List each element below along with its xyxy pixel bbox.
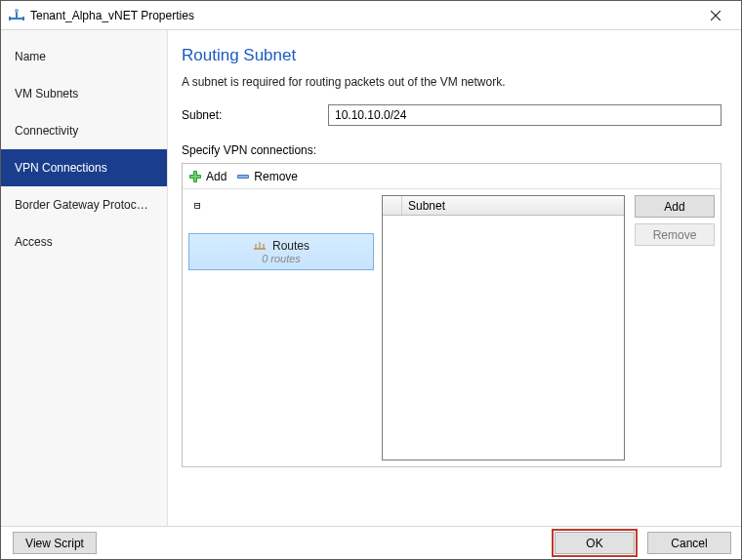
svg-rect-10 <box>190 176 200 178</box>
add-icon <box>188 170 202 183</box>
ok-button[interactable]: OK <box>555 532 635 554</box>
sidebar-item-access[interactable]: Access <box>1 223 167 260</box>
app-icon <box>9 8 24 23</box>
sidebar-item-connectivity[interactable]: Connectivity <box>1 112 167 149</box>
toolbar-remove-label: Remove <box>254 170 298 183</box>
vpn-tree: ⊟ Routes <box>188 195 374 460</box>
vpn-connections-box: Add Remove ⊟ <box>182 163 721 467</box>
sidebar-item-vm-subnets[interactable]: VM Subnets <box>1 75 167 112</box>
routes-grid-body[interactable] <box>383 216 624 460</box>
cancel-button[interactable]: Cancel <box>647 532 731 554</box>
sidebar-item-name[interactable]: Name <box>1 38 167 75</box>
content-pane: Routing Subnet A subnet is required for … <box>168 30 741 526</box>
tree-routes-count: 0 routes <box>262 253 301 264</box>
footer: View Script OK Cancel <box>1 526 741 559</box>
toolbar-add-label: Add <box>206 170 227 183</box>
tree-routes-label: Routes <box>272 239 309 253</box>
subnet-field-row: Subnet: <box>182 104 721 126</box>
view-script-button[interactable]: View Script <box>13 532 97 554</box>
grid-remove-button[interactable]: Remove <box>635 223 715 246</box>
toolbar-remove-button[interactable]: Remove <box>236 170 298 183</box>
window-title: Tenant_Alpha_vNET Properties <box>30 9 696 22</box>
section-hint: A subnet is required for routing packets… <box>182 75 721 89</box>
svg-point-4 <box>15 9 19 13</box>
specify-vpn-label: Specify VPN connections: <box>182 143 721 157</box>
tree-routes-node[interactable]: Routes 0 routes <box>188 233 374 270</box>
routes-grid-buttons: Add Remove <box>635 195 715 460</box>
routes-grid[interactable]: Subnet <box>382 195 625 460</box>
vpn-toolbar: Add Remove <box>183 164 721 189</box>
tree-toggle[interactable]: ⊟ <box>188 195 374 216</box>
close-button[interactable] <box>696 2 735 29</box>
main-area: Name VM Subnets Connectivity VPN Connect… <box>1 30 741 526</box>
svg-rect-0 <box>11 18 22 20</box>
svg-rect-12 <box>238 176 248 178</box>
tree-routes-label-row: Routes <box>253 239 309 253</box>
vpn-body: ⊟ Routes <box>183 189 721 466</box>
grid-column-subnet[interactable]: Subnet <box>402 199 624 213</box>
toolbar-add-button[interactable]: Add <box>188 170 227 183</box>
svg-rect-1 <box>9 17 11 20</box>
sidebar-item-bgp[interactable]: Border Gateway Protocol... <box>1 186 167 223</box>
routes-grid-header: Subnet <box>383 196 624 216</box>
remove-icon <box>236 170 250 183</box>
section-title: Routing Subnet <box>182 46 721 65</box>
ok-highlight: OK <box>552 529 638 557</box>
routes-grid-area: Subnet Add Remove <box>382 195 715 460</box>
title-bar: Tenant_Alpha_vNET Properties <box>1 1 741 30</box>
subnet-label: Subnet: <box>182 108 328 122</box>
sidebar: Name VM Subnets Connectivity VPN Connect… <box>1 30 168 526</box>
routes-icon <box>253 241 267 251</box>
grid-header-spacer <box>383 196 402 215</box>
sidebar-item-vpn-connections[interactable]: VPN Connections <box>1 149 167 186</box>
subnet-input[interactable] <box>328 104 721 126</box>
grid-add-button[interactable]: Add <box>635 195 715 218</box>
svg-rect-2 <box>22 17 24 20</box>
